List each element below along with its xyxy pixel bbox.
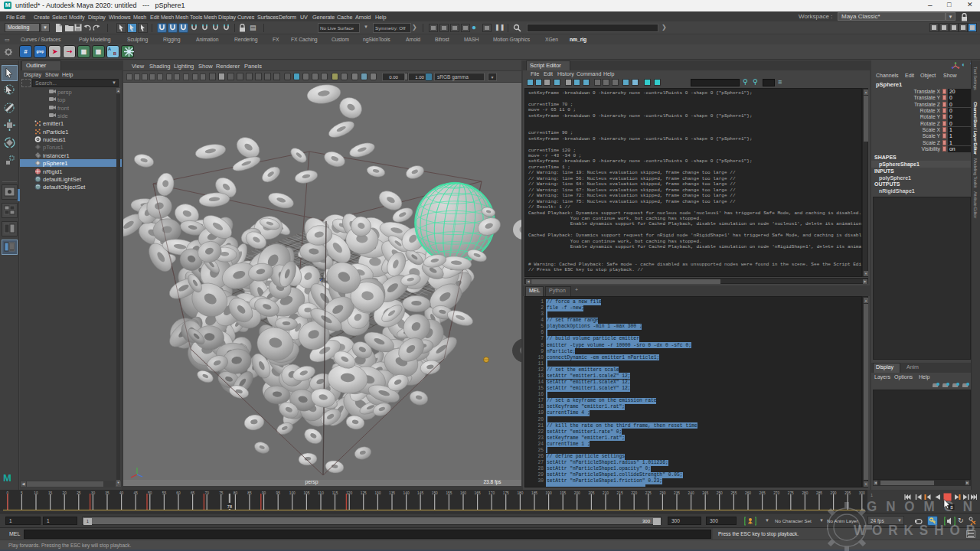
svg-text:175: 175 [503,491,509,495]
svg-text:25: 25 [77,491,81,495]
svg-text:205: 205 [588,491,594,495]
svg-text:40: 40 [119,491,124,495]
svg-text:260: 260 [745,491,751,495]
svg-text:200: 200 [574,491,580,495]
svg-text:190: 190 [546,491,552,495]
svg-text:100: 100 [289,491,296,495]
svg-text:280: 280 [802,491,808,495]
svg-text:155: 155 [446,491,452,495]
svg-text:78: 78 [227,504,232,509]
svg-text:290: 290 [830,491,836,495]
svg-text:270: 270 [773,491,779,495]
svg-text:90: 90 [262,491,266,495]
svg-text:300: 300 [859,491,865,495]
svg-text:75: 75 [219,491,224,495]
svg-text:195: 195 [560,491,566,495]
svg-text:160: 160 [460,491,466,495]
svg-text:230: 230 [659,491,665,495]
svg-text:210: 210 [603,491,609,495]
svg-text:80: 80 [234,491,238,495]
svg-text:120: 120 [346,491,352,495]
svg-text:20: 20 [63,491,67,495]
svg-text:245: 245 [702,491,708,495]
svg-text:225: 225 [645,491,652,495]
svg-text:145: 145 [417,491,423,495]
svg-text:165: 165 [475,491,481,495]
svg-text:10: 10 [34,491,38,495]
svg-text:295: 295 [844,491,851,495]
svg-text:55: 55 [162,491,167,495]
svg-text:125: 125 [361,491,367,495]
svg-text:50: 50 [148,491,152,495]
svg-text:45: 45 [134,491,139,495]
svg-text:35: 35 [105,491,109,495]
svg-text:265: 265 [760,491,766,495]
svg-text:240: 240 [688,491,694,495]
svg-text:170: 170 [488,491,495,495]
svg-text:255: 255 [730,491,737,495]
svg-text:185: 185 [531,491,537,495]
svg-text:115: 115 [332,491,338,495]
svg-text:140: 140 [403,491,410,495]
svg-text:30: 30 [91,491,96,495]
svg-text:275: 275 [788,491,794,495]
svg-text:135: 135 [389,491,395,495]
svg-text:70: 70 [205,491,210,495]
svg-text:95: 95 [276,491,281,495]
svg-text:85: 85 [247,491,252,495]
svg-text:235: 235 [674,491,680,495]
svg-text:130: 130 [374,491,381,495]
svg-text:60: 60 [176,491,181,495]
svg-text:110: 110 [318,491,324,495]
svg-text:285: 285 [816,491,822,495]
svg-text:150: 150 [432,491,438,495]
svg-text:persp: persp [305,479,318,485]
svg-text:250: 250 [717,491,723,495]
svg-text:B: B [950,505,953,510]
svg-text:5: 5 [21,491,23,495]
svg-text:105: 105 [303,491,309,495]
svg-text:215: 215 [617,491,623,495]
svg-text:15: 15 [48,491,53,495]
svg-text:220: 220 [631,491,637,495]
svg-text:65: 65 [191,491,195,495]
svg-text:180: 180 [517,491,523,495]
svg-text:23.8 fps: 23.8 fps [483,479,501,485]
